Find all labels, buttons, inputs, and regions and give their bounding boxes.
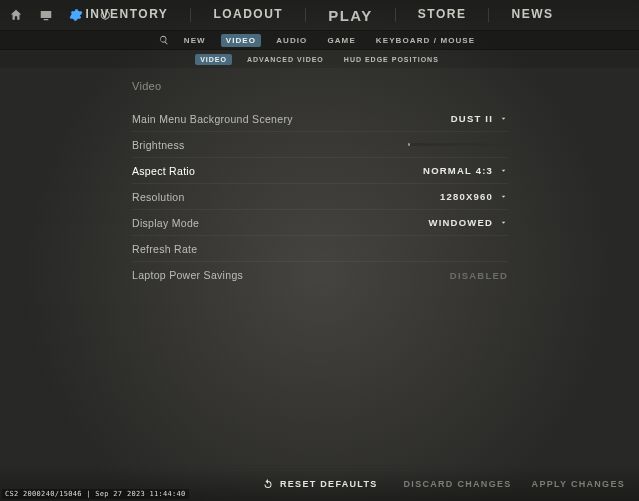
nav-play[interactable]: PLAY [328, 7, 373, 24]
row-display-mode[interactable]: Display Mode WINDOWED [132, 210, 508, 236]
label-refresh-rate: Refresh Rate [132, 243, 197, 255]
settings-icon[interactable] [68, 7, 84, 23]
row-brightness: Brightness [132, 132, 508, 158]
label-aspect-ratio: Aspect Ratio [132, 165, 195, 177]
home-icon[interactable] [8, 7, 24, 23]
dropdown-display-mode[interactable]: WINDOWED [429, 217, 508, 229]
label-resolution: Resolution [132, 191, 185, 203]
nav-store[interactable]: STORE [418, 7, 467, 24]
settings-tabs: NEW VIDEO AUDIO GAME KEYBOARD / MOUSE [0, 30, 639, 50]
row-aspect-ratio[interactable]: Aspect Ratio NORMAL 4:3 [132, 158, 508, 184]
subtab-hud-edge[interactable]: HUD EDGE POSITIONS [339, 54, 444, 65]
chevron-down-icon [499, 113, 508, 125]
chevron-down-icon [499, 165, 508, 177]
debug-info: CS2 2000240/15046 | Sep 27 2023 11:44:40 [2, 489, 189, 499]
search-icon[interactable] [159, 31, 169, 49]
tab-keyboard[interactable]: KEYBOARD / MOUSE [371, 34, 480, 47]
tab-game[interactable]: GAME [322, 34, 360, 47]
label-laptop-power: Laptop Power Savings [132, 269, 243, 281]
tab-new[interactable]: NEW [179, 34, 211, 47]
nav-divider [395, 8, 396, 22]
row-laptop-power: Laptop Power Savings DISABLED [132, 262, 508, 288]
subtab-advanced-video[interactable]: ADVANCED VIDEO [242, 54, 329, 65]
top-bar: INVENTORY LOADOUT PLAY STORE NEWS [0, 0, 639, 30]
nav-loadout[interactable]: LOADOUT [213, 7, 283, 24]
value-laptop-power: DISABLED [450, 270, 508, 281]
reset-defaults-button[interactable]: RESET DEFAULTS [262, 478, 378, 490]
dropdown-scenery[interactable]: DUST II [451, 113, 508, 125]
main-nav: INVENTORY LOADOUT PLAY STORE NEWS [0, 7, 639, 24]
value-resolution: 1280X960 [440, 191, 493, 202]
value-display-mode: WINDOWED [429, 217, 493, 228]
section-title: Video [132, 80, 508, 92]
chevron-down-icon [499, 217, 508, 229]
label-brightness: Brightness [132, 139, 185, 151]
nav-inventory[interactable]: INVENTORY [86, 7, 169, 24]
row-scenery[interactable]: Main Menu Background Scenery DUST II [132, 106, 508, 132]
nav-news[interactable]: NEWS [511, 7, 553, 24]
tab-video[interactable]: VIDEO [221, 34, 261, 47]
video-subtabs: VIDEO ADVANCED VIDEO HUD EDGE POSITIONS [0, 50, 639, 68]
apply-changes-button[interactable]: APPLY CHANGES [532, 479, 625, 489]
row-refresh-rate: Refresh Rate [132, 236, 508, 262]
nav-divider [190, 8, 191, 22]
video-settings-panel: Video Main Menu Background Scenery DUST … [132, 80, 508, 288]
label-scenery: Main Menu Background Scenery [132, 113, 293, 125]
chevron-down-icon [499, 191, 508, 203]
value-aspect-ratio: NORMAL 4:3 [423, 165, 493, 176]
discard-changes-button[interactable]: DISCARD CHANGES [404, 479, 512, 489]
tv-icon[interactable] [38, 7, 54, 23]
nav-divider [488, 8, 489, 22]
subtab-video[interactable]: VIDEO [195, 54, 232, 65]
tab-audio[interactable]: AUDIO [271, 34, 312, 47]
dropdown-resolution[interactable]: 1280X960 [440, 191, 508, 203]
dropdown-aspect-ratio[interactable]: NORMAL 4:3 [423, 165, 508, 177]
slider-brightness[interactable] [408, 143, 508, 146]
nav-divider [305, 8, 306, 22]
label-display-mode: Display Mode [132, 217, 199, 229]
reset-defaults-label: RESET DEFAULTS [280, 479, 378, 489]
row-resolution[interactable]: Resolution 1280X960 [132, 184, 508, 210]
value-scenery: DUST II [451, 113, 493, 124]
reset-icon [262, 478, 274, 490]
